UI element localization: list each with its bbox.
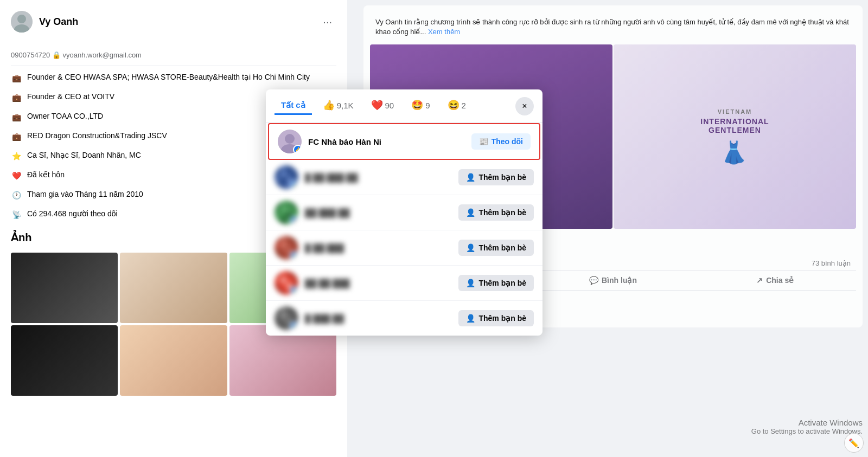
photo-item[interactable] — [229, 325, 336, 396]
like-badge: 👍 — [293, 145, 302, 153]
modal-header: Tất cả 👍 9,1K ❤️ 90 🤩 9 😆 2 × — [266, 89, 542, 123]
wow-emoji: 😆 — [448, 99, 459, 111]
modal-avatar-fc: 👍 — [278, 130, 302, 153]
add-friend-button-2[interactable]: 👤 Thêm bạn bè — [458, 169, 534, 185]
tab-all[interactable]: Tất cả — [275, 97, 312, 115]
tab-like[interactable]: 👍 9,1K — [316, 96, 360, 116]
share-button[interactable]: ↗ Chia sẻ — [694, 272, 856, 289]
share-icon: ↗ — [756, 276, 763, 285]
tab-wow[interactable]: 😆 2 — [441, 96, 473, 116]
add-friend-button-4[interactable]: 👤 Thêm bạn bè — [458, 240, 534, 256]
list-item: 👍 █ ███ ██ 👤 Thêm bạn bè — [266, 301, 542, 336]
modal-avatar-2: 👍 — [275, 165, 298, 189]
comments-count: 73 bình luận — [812, 259, 851, 267]
briefcase-icon: 💼 — [11, 73, 22, 83]
info-job-1: 💼 Founder & CEO HWASA SPA; HWASA STORE-B… — [11, 68, 336, 88]
tab-heart[interactable]: ❤️ 90 — [365, 96, 401, 116]
briefcase-icon-2: 💼 — [11, 92, 22, 103]
like-badge-2: 👍 — [290, 181, 298, 189]
modal-list: 👍 FC Nhà báo Hàn Ni 📰 Theo dõi � — [266, 123, 542, 336]
clock-icon: 🕐 — [11, 190, 22, 201]
haha-emoji: 🤩 — [411, 99, 423, 111]
add-friend-icon-3: 👤 — [466, 208, 475, 217]
modal-avatar-4: 👍 — [275, 236, 298, 260]
modal-item-name-6: █ ███ ██ — [305, 314, 452, 323]
avatar — [11, 11, 33, 33]
add-friend-icon-2: 👤 — [466, 173, 475, 182]
profile-name: Vy Oanh — [39, 16, 78, 28]
reactions-modal: Tất cả 👍 9,1K ❤️ 90 🤩 9 😆 2 × — [266, 89, 542, 336]
follow-icon: 📰 — [479, 137, 488, 146]
windows-notice: Activate Windows Go to Settings to activ… — [751, 418, 863, 435]
like-badge-3: 👍 — [290, 216, 298, 224]
briefcase-icon-4: 💼 — [11, 131, 22, 142]
windows-subtitle: Go to Settings to activate Windows. — [751, 427, 863, 435]
comment-button[interactable]: 💬 Bình luận — [532, 272, 694, 289]
list-item: 👍 ██ ███ ██ 👤 Thêm bạn bè — [266, 195, 542, 230]
photo-item[interactable] — [120, 325, 227, 396]
briefcase-icon-3: 💼 — [11, 112, 22, 123]
add-friend-button-3[interactable]: 👤 Thêm bạn bè — [458, 204, 534, 221]
see-more-link[interactable]: Xem thêm — [428, 28, 460, 36]
add-friend-button-6[interactable]: 👤 Thêm bạn bè — [458, 310, 534, 326]
profile-email: 0900754720 🔒 vyoanh.work@gmail.com — [11, 49, 336, 66]
modal-item-highlighted: 👍 FC Nhà báo Hàn Ni 📰 Theo dõi — [268, 123, 540, 160]
modal-avatar-6: 👍 — [275, 306, 298, 330]
modal-avatar-5: 👍 — [275, 271, 298, 295]
close-modal-button[interactable]: × — [515, 97, 534, 115]
svg-point-4 — [285, 134, 295, 144]
add-friend-icon-5: 👤 — [466, 279, 475, 287]
more-options-button[interactable]: ··· — [318, 14, 336, 30]
like-badge-5: 👍 — [290, 286, 298, 295]
profile-header: Vy Oanh ··· — [11, 11, 336, 38]
rss-icon: 📡 — [11, 209, 22, 220]
list-item: 👍 █ ██ ███ 👤 Thêm bạn bè — [266, 230, 542, 266]
photo-item[interactable] — [11, 253, 118, 323]
list-item: 👍 ██ ██ ███ 👤 Thêm bạn bè — [266, 266, 542, 301]
modal-item-name-5: ██ ██ ███ — [305, 279, 452, 288]
post-image-right[interactable]: VIETNAM INTERNATIONAL GENTLEMEN 👗 — [614, 44, 856, 229]
heart-emoji: ❤️ — [371, 99, 383, 111]
heart-icon: ❤️ — [11, 170, 22, 181]
modal-item-name-3: ██ ███ ██ — [305, 208, 452, 217]
edit-button[interactable]: ✏️ — [844, 433, 864, 453]
windows-title: Activate Windows — [751, 418, 863, 427]
modal-avatar-3: 👍 — [275, 201, 298, 224]
photo-item[interactable] — [11, 325, 118, 396]
comment-icon: 💬 — [589, 276, 598, 285]
star-icon: ⭐ — [11, 151, 22, 162]
add-friend-icon-6: 👤 — [466, 314, 475, 323]
modal-item-name-4: █ ██ ███ — [305, 243, 452, 253]
tab-haha[interactable]: 🤩 9 — [405, 96, 436, 116]
photo-item[interactable] — [120, 253, 227, 323]
modal-item-name-fc[interactable]: FC Nhà báo Hàn Ni — [308, 137, 465, 146]
list-item: 👍 █ ██ ███ ██ 👤 Thêm bạn bè — [266, 160, 542, 195]
post-text: Vy Oanh tin rằng chương trình sẽ thành c… — [370, 12, 856, 42]
like-badge-6: 👍 — [290, 321, 298, 330]
svg-point-1 — [17, 15, 26, 23]
like-badge-4: 👍 — [290, 251, 298, 260]
like-emoji: 👍 — [323, 99, 335, 111]
add-friend-icon-4: 👤 — [466, 243, 475, 252]
modal-item-name-2: █ ██ ███ ██ — [305, 173, 452, 182]
follow-button[interactable]: 📰 Theo dõi — [471, 133, 531, 150]
add-friend-button-5[interactable]: 👤 Thêm bạn bè — [458, 275, 534, 291]
